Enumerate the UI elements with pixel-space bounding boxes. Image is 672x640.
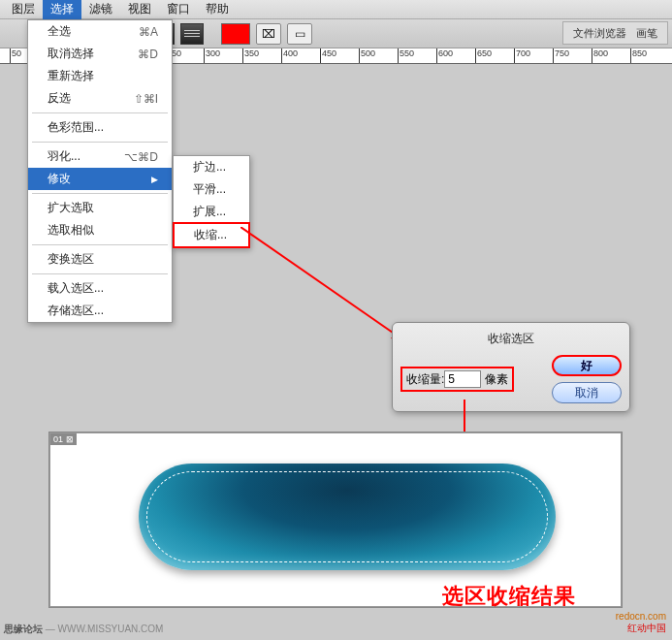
menu-layer[interactable]: 图层 xyxy=(4,0,43,19)
watermark-left: 思缘论坛 — WWW.MISSYUAN.COM xyxy=(4,623,163,636)
align-right-icon[interactable] xyxy=(180,23,204,45)
menu-window[interactable]: 窗口 xyxy=(159,0,198,19)
menu-item[interactable]: 存储选区... xyxy=(28,300,172,322)
select-menu-dropdown: 全选⌘A取消选择⌘D重新选择反选⇧⌘I色彩范围...羽化...⌥⌘D修改扩大选取… xyxy=(27,19,173,323)
svg-line-0 xyxy=(240,227,405,341)
menu-select[interactable]: 选择 xyxy=(43,0,81,19)
menu-item[interactable]: 取消选择⌘D xyxy=(28,43,172,65)
menu-item[interactable]: 修改 xyxy=(28,168,172,190)
menu-item[interactable]: 羽化...⌥⌘D xyxy=(28,145,172,168)
menubar: 图层 选择 滤镜 视图 窗口 帮助 xyxy=(0,0,672,19)
menu-item[interactable]: 载入选区... xyxy=(28,277,172,300)
docked-panels: 文件浏览器 画笔 xyxy=(562,21,668,45)
menu-item[interactable]: 选取相似 xyxy=(28,219,172,241)
menu-help[interactable]: 帮助 xyxy=(198,0,237,19)
document-tab[interactable]: 01 ⊠ xyxy=(50,433,77,445)
annotation-arrow-icon xyxy=(240,227,415,353)
contract-selection-dialog: 收缩选区 收缩量: 像素 好 取消 xyxy=(392,322,630,412)
submenu-item[interactable]: 收缩... xyxy=(173,222,250,248)
result-annotation: 选区收缩结果 xyxy=(442,582,576,611)
capsule-shape xyxy=(139,464,556,570)
document-tab-label: 01 xyxy=(53,434,63,444)
close-icon[interactable]: ⊠ xyxy=(66,434,74,444)
menu-item[interactable]: 色彩范围... xyxy=(28,116,172,139)
tab-brushes[interactable]: 画笔 xyxy=(632,26,661,41)
palette-toggle-icon[interactable]: ▭ xyxy=(287,23,312,45)
submenu-item[interactable]: 扩展... xyxy=(174,201,249,223)
contract-amount-input[interactable] xyxy=(444,370,481,388)
watermark-right: redocn.com 红动中国 xyxy=(616,611,666,634)
menu-item[interactable]: 反选⇧⌘I xyxy=(28,87,172,110)
submenu-item[interactable]: 平滑... xyxy=(174,178,249,201)
cancel-button[interactable]: 取消 xyxy=(552,382,622,403)
color-swatch[interactable] xyxy=(221,23,250,45)
menu-filter[interactable]: 滤镜 xyxy=(81,0,120,19)
menu-item[interactable]: 变换选区 xyxy=(28,248,172,271)
tab-file-browser[interactable]: 文件浏览器 xyxy=(569,26,630,41)
dialog-title: 收缩选区 xyxy=(400,331,622,347)
contract-amount-group: 收缩量: 像素 xyxy=(400,367,514,392)
menu-item[interactable]: 全选⌘A xyxy=(28,20,172,43)
submenu-item[interactable]: 扩边... xyxy=(174,156,249,178)
warp-text-icon[interactable]: ⌧ xyxy=(256,23,281,45)
modify-submenu: 扩边...平滑...扩展...收缩... xyxy=(173,155,250,248)
contract-unit-label: 像素 xyxy=(485,371,508,388)
menu-item[interactable]: 扩大选取 xyxy=(28,197,172,219)
menu-view[interactable]: 视图 xyxy=(120,0,159,19)
contract-amount-label: 收缩量: xyxy=(406,371,444,388)
ok-button[interactable]: 好 xyxy=(552,355,622,376)
menu-item[interactable]: 重新选择 xyxy=(28,65,172,87)
